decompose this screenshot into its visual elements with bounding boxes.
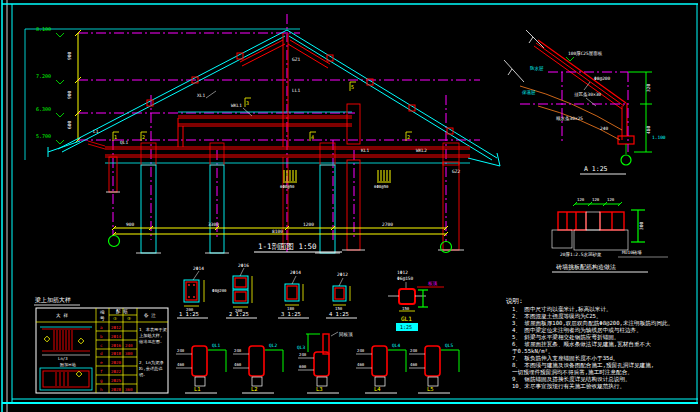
- label-ll1: LL1: [292, 88, 300, 93]
- label-l1: L1: [93, 129, 99, 134]
- roof-slopes: [48, 30, 500, 166]
- fig-b-label: 附加吊筋: [60, 362, 76, 368]
- elevation-3: 5.700: [36, 133, 51, 139]
- notes-block: 说明: 1、 图中尺寸均以毫米计,标高以米计。 2、 本图混凝土强度等级均为C2…: [506, 297, 673, 390]
- span-dim-2: 1200: [303, 222, 314, 227]
- table-note-line: 1、本表用于梁: [139, 327, 167, 332]
- eave-ann-0: 100厚C25屋面板: [568, 51, 603, 56]
- elevation-1: 7.200: [36, 73, 51, 79]
- cell-r1: 2Φ20: [111, 360, 122, 365]
- wall-side-dim-text: 300: [639, 222, 644, 230]
- gl1-scale: 1:25: [400, 324, 412, 330]
- wall-annotations: 20厚1:2.5水泥砂浆 MU10砖墙: [560, 250, 668, 257]
- eave-ann-1: Φ8@200: [594, 76, 611, 81]
- cut-mark-2: 3: [246, 100, 249, 106]
- cell-r2: 300: [125, 351, 133, 356]
- l4-d1: 240: [357, 348, 365, 353]
- cell-no: c: [100, 343, 103, 348]
- table-rows: a2Φ12 b2Φ14 c2Φ16240 d2Φ18300 e2Φ20 f2Φ2…: [100, 325, 133, 392]
- notes-heading: 说明:: [506, 297, 523, 305]
- l3-label: L3: [316, 386, 323, 392]
- sections-row1: 2Φ14 200 1 1:25 2Φ16 Φ8@200 200 2 1:25: [177, 263, 444, 331]
- label-ql1: QL1: [120, 140, 128, 145]
- l4-label: L4: [374, 386, 381, 392]
- eave-vdim-0: 320: [646, 84, 651, 92]
- stirrup-label-1: 6Φ8@50: [280, 184, 295, 189]
- s1-top: 2Φ14: [193, 266, 204, 271]
- l2-tag: QL2: [269, 343, 277, 348]
- gl1-top2: Φ6@150: [397, 276, 414, 281]
- cell-no: d: [100, 351, 103, 356]
- th-no2: 号: [100, 316, 105, 321]
- gl1-plate-label: 板顶: [428, 281, 438, 286]
- wall-ann-0: 20厚1:2.5水泥砂浆: [560, 251, 602, 257]
- cell-r1: 2Φ12: [111, 325, 122, 330]
- wall-caption: 砖墙挑板配筋构造做法: [552, 263, 648, 272]
- s2-label: 2 1:25: [229, 311, 249, 317]
- eave-layer-1: 保温层: [521, 89, 536, 95]
- th-no1: 编: [100, 310, 105, 315]
- eave-axis-bubble: [621, 144, 631, 165]
- cell-no: b: [100, 334, 103, 339]
- l2-d2: 460: [234, 362, 242, 367]
- wall-side-dim: 300: [631, 210, 645, 242]
- span-dim-1: 3300: [208, 222, 219, 227]
- table-figure-b: 附加吊筋: [40, 362, 92, 390]
- label-gz1: GZ1: [292, 57, 300, 62]
- eave-elev: 1.100: [652, 135, 666, 140]
- cell-no: f: [100, 369, 103, 374]
- section-3: 2Φ14 180 3 1:25: [278, 270, 309, 318]
- cell-no: e: [100, 360, 103, 365]
- l3-top: 同板顶: [339, 332, 353, 337]
- wall-ann-1: MU10砖墙: [622, 250, 642, 255]
- note-line: 7、 板负筋伸入支座锚固长度不小于35d。: [512, 355, 618, 362]
- cell-r2: 360: [125, 387, 133, 392]
- cell-no: h: [100, 387, 103, 392]
- elevation-2: 6.300: [36, 106, 51, 112]
- l1-tag: QL1: [212, 343, 220, 348]
- section-l1: 240 460 QL1 L1: [176, 343, 226, 393]
- note-line: 2、 本图混凝土强度等级均为C25。: [512, 313, 602, 320]
- l5-d1: 240: [410, 348, 418, 353]
- l3-d2: 600: [299, 364, 307, 369]
- table-note-line: 跨,余详总说: [139, 366, 163, 371]
- note-line: 6、 坡屋面挂瓦条、顺水条做法详见建施,瓦材自重不大: [512, 341, 651, 348]
- cell-r2: 240: [125, 343, 133, 348]
- grid-centerlines: [113, 14, 446, 252]
- s4-label: 4 1:25: [329, 311, 349, 317]
- eave-centerlines: [520, 72, 628, 152]
- table-note-line: 明。: [139, 372, 147, 377]
- l3-d1: 240: [299, 352, 307, 357]
- note-line: 一切预埋件预留洞均不得后凿,施工时注意配合。: [512, 369, 633, 376]
- span-dim-3: 2700: [382, 222, 393, 227]
- cut-mark-4: 5: [351, 84, 354, 90]
- wall-caption-text: 砖墙挑板配筋构造做法: [556, 263, 616, 271]
- l4-tag: QL4: [392, 343, 400, 348]
- l4-d2: 460: [357, 362, 365, 367]
- cell-r1: 2Φ14: [111, 334, 122, 339]
- note-line: 8、 本图须与建施及设备图配合施工,预留孔洞详见建施,: [512, 362, 654, 369]
- table-title: 梁上加筋大样: [35, 296, 71, 303]
- section-2: 2Φ16 Φ8@200 200 2 1:25: [212, 263, 257, 318]
- section-gl1: 1Φ12 Φ6@150 板顶 150 GL1 1:25: [388, 270, 444, 331]
- span-dim-0: 900: [126, 222, 134, 227]
- l2-d1: 240: [234, 348, 242, 353]
- s4-top: 2Φ12: [337, 272, 348, 277]
- l1-d2: 460: [177, 362, 185, 367]
- elevation-marks: [56, 33, 64, 144]
- break-lines: [504, 30, 544, 82]
- th-note: 备 注: [144, 313, 156, 318]
- collar-beam: [178, 116, 352, 147]
- sections-row2: 240 460 QL1 L1 240 460 QL2 L2: [176, 332, 459, 393]
- stirrup-label-2: 6Φ8@50: [374, 184, 389, 189]
- section-l2: 240 460 QL2 L2: [233, 343, 283, 393]
- th-rebar: 配 筋: [116, 309, 128, 314]
- cell-no: g: [100, 378, 103, 383]
- sheet-border: [2, 0, 698, 412]
- table-notes: 1、本表用于梁 上加筋大样, 做法见左图。 2、Ln为梁净 跨,余详总说 明。: [139, 327, 167, 377]
- gl1-name: GL1: [401, 315, 412, 322]
- s2-side: Φ8@200: [212, 288, 227, 293]
- s3-label: 3 1:25: [281, 311, 301, 317]
- table-note-line: 做法见左图。: [139, 339, 164, 344]
- eave-ann-4: 240: [600, 126, 608, 131]
